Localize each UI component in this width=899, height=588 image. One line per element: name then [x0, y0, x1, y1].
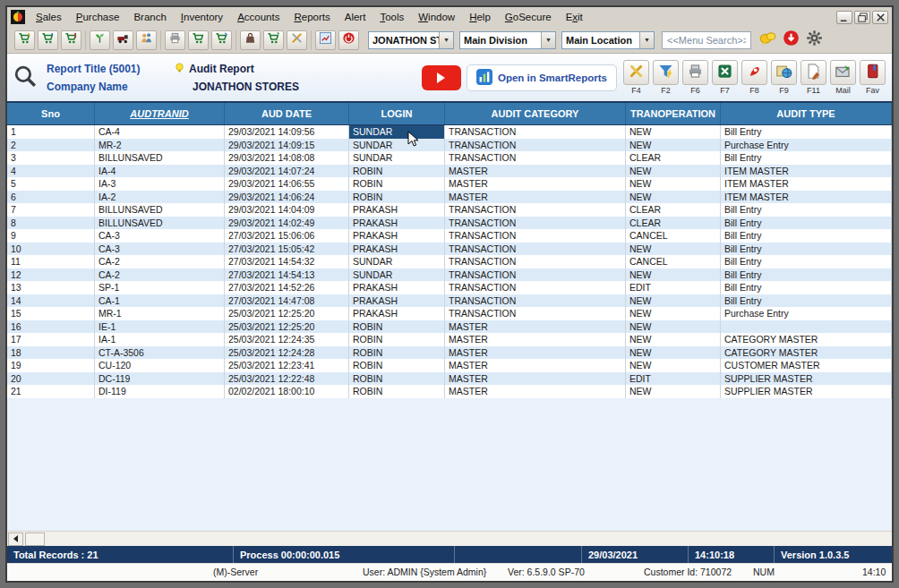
cell-sno[interactable]: 4 — [7, 165, 95, 178]
cell-tranoperation[interactable]: EDIT — [626, 281, 721, 294]
action-f2-button[interactable]: F2 — [652, 60, 680, 95]
scroll-left-button[interactable] — [8, 533, 23, 546]
cell-login[interactable]: PRAKASH — [349, 229, 445, 243]
cell-sno[interactable]: 17 — [7, 333, 95, 346]
cell-login[interactable]: ROBIN — [349, 165, 445, 178]
minimize-button[interactable] — [836, 11, 852, 24]
cell-tranoperation[interactable]: NEW — [626, 139, 721, 152]
cell-sno[interactable]: 1 — [7, 125, 95, 139]
action-f6-button[interactable]: F6 — [681, 60, 709, 95]
cell-audit-type[interactable]: Bill Entry — [721, 294, 892, 308]
smartreports-button[interactable]: Open in SmartReports — [467, 64, 617, 91]
menu-item-inventory[interactable]: Inventory — [174, 10, 230, 24]
menu-item-reports[interactable]: Reports — [287, 10, 337, 24]
cell-audit-category[interactable]: TRANSACTION — [445, 281, 626, 294]
cell-sno[interactable]: 3 — [7, 151, 95, 165]
cell-audit-type[interactable]: CATEGORY MASTER — [721, 346, 892, 360]
menu-item-exit[interactable]: Exit — [559, 10, 590, 24]
cell-tranoperation[interactable]: NEW — [626, 268, 721, 282]
sales-cart-button[interactable] — [14, 30, 35, 50]
cell-audit-category[interactable]: MASTER — [445, 346, 626, 360]
cell-audit-type[interactable]: Purchase Entry — [721, 307, 892, 320]
cell-audit-category[interactable]: TRANSACTION — [445, 243, 626, 256]
cell-audit-type[interactable]: Bill Entry — [721, 243, 892, 256]
cell-sno[interactable]: 5 — [7, 177, 95, 191]
cell-aud-date[interactable]: 29/03/2021 14:02:49 — [225, 217, 349, 230]
gear-button[interactable] — [804, 30, 824, 50]
cell-audit-type[interactable]: CUSTOMER MASTER — [721, 359, 892, 372]
cell-sno[interactable]: 19 — [7, 359, 95, 372]
menu-item-sales[interactable]: Sales — [29, 10, 69, 24]
cell-tranoperation[interactable]: NEW — [626, 191, 721, 204]
cell-audit-category[interactable]: MASTER — [445, 372, 626, 386]
cell-audit-category[interactable]: TRANSACTION — [445, 294, 626, 308]
cell-audit-type[interactable]: Bill Entry — [721, 151, 892, 165]
cell-aud-date[interactable]: 27/03/2021 15:05:42 — [225, 243, 349, 256]
cell-sno[interactable]: 15 — [7, 307, 95, 320]
action-f7-button[interactable]: F7 — [711, 60, 739, 95]
cell-audtranid[interactable]: CU-120 — [95, 359, 225, 372]
cell-audtranid[interactable]: CA-4 — [95, 125, 225, 139]
cell-audtranid[interactable]: CT-A-3506 — [95, 346, 225, 360]
cell-tranoperation[interactable]: CLEAR — [626, 203, 721, 217]
cell-sno[interactable]: 11 — [7, 255, 95, 268]
cell-tranoperation[interactable]: CANCEL — [626, 255, 721, 268]
cell-audit-category[interactable]: TRANSACTION — [445, 139, 626, 152]
delivery-vehicle-button[interactable] — [113, 30, 133, 50]
cell-login[interactable]: SUNDAR — [349, 255, 445, 268]
cell-sno[interactable]: 6 — [7, 191, 95, 204]
cell-audit-type[interactable]: CATEGORY MASTER — [721, 333, 892, 346]
cell-login[interactable]: PRAKASH — [349, 217, 445, 230]
column-header-audit-type[interactable]: AUDIT TYPE — [721, 103, 892, 124]
cell-audit-category[interactable]: MASTER — [445, 320, 626, 334]
cell-audit-type[interactable]: Bill Entry — [721, 281, 892, 294]
cell-audit-category[interactable]: TRANSACTION — [445, 151, 626, 165]
cell-aud-date[interactable]: 29/03/2021 14:06:55 — [225, 177, 349, 191]
cell-login[interactable]: ROBIN — [349, 372, 445, 386]
cell-audit-category[interactable]: TRANSACTION — [445, 217, 626, 230]
cell-aud-date[interactable]: 02/02/2021 18:00:10 — [225, 385, 349, 398]
column-header-aud-date[interactable]: AUD DATE — [225, 103, 349, 124]
cell-audtranid[interactable]: DC-119 — [95, 372, 225, 386]
cell-audit-category[interactable]: TRANSACTION — [445, 268, 626, 282]
cell-tranoperation[interactable]: NEW — [626, 307, 721, 320]
scrollbar-thumb[interactable] — [25, 533, 45, 546]
menu-item-accounts[interactable]: Accounts — [230, 10, 287, 24]
cell-login[interactable]: SUNDAR — [349, 125, 445, 139]
cell-tranoperation[interactable]: NEW — [626, 165, 721, 178]
cell-tranoperation[interactable]: NEW — [626, 320, 721, 334]
menu-item-purchase[interactable]: Purchase — [69, 10, 127, 24]
cell-aud-date[interactable]: 25/03/2021 12:25:20 — [225, 307, 349, 320]
menu-item-gosecure[interactable]: GoSecure — [498, 10, 559, 24]
cell-aud-date[interactable]: 25/03/2021 12:25:20 — [225, 320, 349, 334]
cell-aud-date[interactable]: 27/03/2021 14:47:08 — [225, 294, 349, 308]
cell-audtranid[interactable]: IA-2 — [95, 191, 225, 204]
cell-audit-type[interactable]: Bill Entry — [721, 229, 892, 243]
cell-audit-category[interactable]: TRANSACTION — [445, 125, 626, 139]
cell-sno[interactable]: 20 — [7, 372, 95, 386]
cell-audtranid[interactable]: SP-1 — [95, 281, 225, 294]
cell-sno[interactable]: 12 — [7, 268, 95, 282]
cell-login[interactable]: ROBIN — [349, 346, 445, 360]
menu-item-window[interactable]: Window — [411, 10, 462, 24]
cell-sno[interactable]: 14 — [7, 294, 95, 308]
cell-audit-type[interactable]: Bill Entry — [721, 203, 892, 217]
cell-audit-category[interactable]: MASTER — [445, 333, 626, 346]
restore-button[interactable] — [854, 11, 870, 24]
cell-audtranid[interactable]: DI-119 — [95, 385, 225, 398]
cell-sno[interactable]: 9 — [7, 229, 95, 243]
cell-tranoperation[interactable]: CANCEL — [626, 229, 721, 243]
cell-login[interactable]: ROBIN — [349, 191, 445, 204]
cell-login[interactable]: SUNDAR — [349, 139, 445, 152]
cell-aud-date[interactable]: 29/03/2021 14:07:24 — [225, 165, 349, 178]
division-dropdown[interactable]: Main Division ▼ — [459, 31, 556, 49]
cell-audit-category[interactable]: TRANSACTION — [445, 203, 626, 217]
cell-tranoperation[interactable]: CLEAR — [626, 151, 721, 165]
action-f8-button[interactable]: F8 — [741, 60, 768, 95]
cell-audit-type[interactable]: Bill Entry — [721, 268, 892, 282]
cell-login[interactable]: SUNDAR — [349, 268, 445, 282]
cell-login[interactable]: PRAKASH — [349, 294, 445, 308]
pos-cart-button[interactable] — [263, 30, 284, 50]
cell-audit-category[interactable]: MASTER — [445, 359, 626, 372]
cell-login[interactable]: PRAKASH — [349, 243, 445, 256]
